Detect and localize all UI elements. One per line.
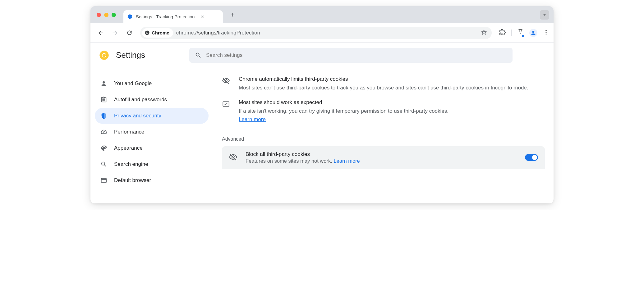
menu-button[interactable]	[543, 29, 549, 37]
maximize-window-button[interactable]	[112, 13, 116, 17]
tabstrip-right	[540, 10, 549, 20]
address-bar[interactable]: Chrome chrome://settings/trackingProtect…	[140, 27, 492, 39]
search-input[interactable]	[206, 52, 507, 58]
sidebar-item-label: You and Google	[114, 80, 152, 87]
tab-strip: Settings - Tracking Protection	[90, 6, 554, 23]
sidebar-item-search-engine[interactable]: Search engine	[95, 156, 209, 172]
block-toggle[interactable]	[525, 154, 538, 161]
info-third-party-limit: Chrome automatically limits third-party …	[222, 73, 545, 96]
profile-button[interactable]	[529, 29, 537, 37]
new-tab-button[interactable]	[227, 10, 238, 20]
svg-rect-12	[102, 99, 105, 100]
forward-button[interactable]	[109, 27, 121, 39]
sidebar-item-default-browser[interactable]: Default browser	[95, 172, 209, 188]
browser-tab[interactable]: Settings - Tracking Protection	[123, 10, 223, 23]
site-chip[interactable]: Chrome	[142, 28, 173, 38]
browser-icon	[100, 177, 107, 184]
svg-point-3	[146, 32, 148, 34]
extensions-button[interactable]	[499, 29, 506, 37]
svg-point-7	[545, 34, 546, 34]
svg-point-5	[545, 30, 546, 31]
search-settings[interactable]	[189, 48, 513, 63]
close-window-button[interactable]	[97, 13, 101, 17]
search-icon	[100, 161, 107, 168]
sidebar-item-appearance[interactable]: Appearance	[95, 140, 209, 156]
divider	[511, 30, 512, 36]
browser-window: Settings - Tracking Protection C	[90, 6, 554, 203]
bookmark-button[interactable]	[481, 29, 487, 37]
sidebar-item-label: Autofill and passwords	[114, 97, 167, 103]
toolbar: Chrome chrome://settings/trackingProtect…	[90, 23, 554, 43]
gauge-icon	[100, 129, 107, 135]
sidebar-item-you-and-google[interactable]: You and Google	[95, 75, 209, 92]
svg-point-4	[532, 31, 535, 33]
site-chip-label: Chrome	[152, 30, 169, 35]
labs-button[interactable]	[517, 29, 524, 37]
url-text: chrome://settings/trackingProtection	[176, 30, 260, 36]
tab-search-button[interactable]	[540, 10, 549, 20]
sidebar-item-label: Privacy and security	[114, 113, 161, 119]
chrome-icon	[145, 30, 150, 35]
info-title: Chrome automatically limits third-party …	[239, 76, 545, 82]
chrome-logo-icon	[99, 50, 109, 60]
clipboard-icon	[100, 96, 107, 103]
window-controls	[97, 13, 116, 17]
settings-content: Settings You and Google Autofill and pas…	[90, 43, 554, 203]
learn-more-link[interactable]: Learn more	[239, 116, 266, 122]
search-icon	[195, 52, 202, 59]
section-advanced: Advanced	[222, 136, 545, 142]
info-title: Most sites should work as expected	[239, 99, 545, 106]
person-icon	[100, 80, 107, 87]
visibility-off-icon	[229, 152, 238, 163]
visibility-off-icon	[222, 76, 231, 92]
sidebar-item-label: Appearance	[114, 145, 143, 151]
svg-rect-13	[102, 100, 105, 101]
svg-point-11	[103, 81, 105, 84]
sidebar-item-privacy[interactable]: Privacy and security	[95, 108, 209, 124]
minimize-window-button[interactable]	[104, 13, 108, 17]
settings-header: Settings	[90, 43, 554, 68]
gear-icon	[127, 14, 133, 20]
sidebar-item-label: Performance	[114, 129, 144, 135]
info-desc: If a site isn't working, you can try giv…	[239, 107, 545, 124]
block-third-party-row[interactable]: Block all third-party cookies Features o…	[222, 146, 545, 169]
sidebar: You and Google Autofill and passwords Pr…	[90, 68, 213, 203]
tab-title: Settings - Tracking Protection	[136, 14, 195, 19]
info-sites-work: Most sites should work as expected If a …	[222, 96, 545, 128]
close-tab-button[interactable]	[200, 14, 205, 20]
svg-point-6	[545, 32, 546, 33]
info-desc: Most sites can't use third-party cookies…	[239, 84, 545, 92]
toolbar-actions	[497, 29, 549, 37]
setting-title: Block all third-party cookies	[246, 151, 518, 157]
shield-icon	[100, 112, 107, 119]
main-panel: Chrome automatically limits third-party …	[213, 68, 554, 203]
svg-point-10	[103, 53, 106, 57]
sidebar-item-performance[interactable]: Performance	[95, 124, 209, 140]
palette-icon	[100, 145, 107, 152]
setting-desc: Features on some sites may not work. Lea…	[246, 158, 518, 164]
reload-button[interactable]	[123, 27, 135, 39]
sidebar-item-autofill[interactable]: Autofill and passwords	[95, 92, 209, 108]
svg-rect-14	[101, 179, 107, 183]
checkbox-icon	[222, 99, 231, 124]
sidebar-item-label: Search engine	[114, 161, 148, 167]
page-title: Settings	[116, 50, 145, 60]
sidebar-item-label: Default browser	[114, 177, 151, 184]
settings-body: You and Google Autofill and passwords Pr…	[90, 68, 554, 203]
learn-more-link[interactable]: Learn more	[334, 158, 360, 164]
back-button[interactable]	[95, 27, 107, 39]
